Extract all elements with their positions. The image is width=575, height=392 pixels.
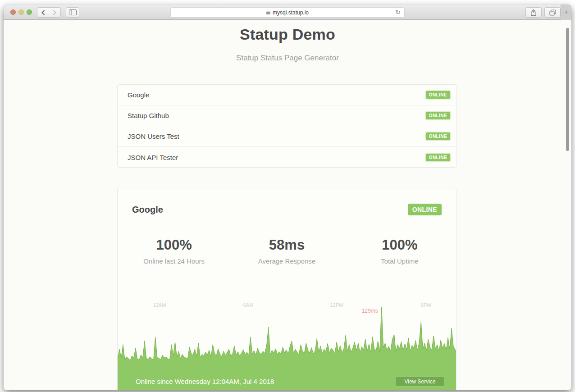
view-service-button[interactable]: View Service	[395, 376, 445, 387]
stat-total-uptime: 100% Total Uptime	[343, 237, 456, 265]
status-badge: ONLINE	[426, 132, 450, 140]
service-row-google[interactable]: Google ONLINE	[118, 85, 456, 105]
chevron-right-icon	[52, 9, 57, 16]
sidebar-icon	[69, 9, 77, 15]
service-row-json-users-test[interactable]: JSON Users Test ONLINE	[118, 126, 456, 147]
tab-overview-button[interactable]	[544, 7, 561, 18]
web-page: Statup Demo Statup Status Page Generator…	[4, 20, 571, 390]
zoom-button[interactable]	[27, 9, 32, 15]
chevron-left-icon	[41, 9, 46, 16]
stats-row: 100% Online last 24 Hours 58ms Average R…	[118, 237, 456, 265]
close-button[interactable]	[10, 9, 16, 15]
detail-status-badge: ONLINE	[408, 204, 442, 215]
reload-icon[interactable]: ↻	[395, 9, 401, 16]
new-tab-button[interactable]: +	[561, 5, 571, 20]
address-bar[interactable]: mysql.statup.io ↻	[170, 7, 405, 18]
service-name: Statup Github	[128, 112, 169, 119]
detail-service-name: Google	[132, 205, 163, 215]
stat-online-24h: 100% Online last 24 Hours	[118, 237, 230, 265]
stat-label: Average Response	[230, 257, 343, 265]
page-subtitle: Statup Status Page Generator	[4, 54, 571, 63]
minimize-button[interactable]	[18, 9, 24, 15]
service-row-statup-github[interactable]: Statup Github ONLINE	[118, 105, 456, 126]
back-button[interactable]	[37, 7, 49, 18]
share-button[interactable]	[525, 7, 542, 18]
area-chart-svg	[118, 292, 456, 373]
scrollbar-thumb[interactable]	[566, 28, 569, 151]
url-text: mysql.statup.io	[273, 9, 309, 16]
forward-button[interactable]	[49, 7, 61, 18]
stat-value: 100%	[343, 237, 456, 253]
response-time-chart: 12AM 6AM 12PM 6PM 129ms	[118, 292, 456, 373]
browser-titlebar: mysql.statup.io ↻ +	[4, 5, 571, 20]
tabs-icon	[549, 9, 556, 16]
services-list: Google ONLINE Statup Github ONLINE JSON …	[117, 84, 456, 168]
status-badge: ONLINE	[426, 112, 450, 119]
service-detail-card: Google ONLINE 100% Online last 24 Hours …	[117, 188, 456, 390]
stat-value: 100%	[118, 237, 230, 253]
stat-label: Online last 24 Hours	[118, 257, 230, 265]
chart-area-fill	[118, 307, 456, 373]
stat-label: Total Uptime	[343, 257, 456, 265]
status-badge: ONLINE	[426, 154, 450, 161]
sidebar-toggle-button[interactable]	[66, 7, 79, 18]
service-name: Google	[128, 91, 149, 99]
online-since-text: Online since Wednesday 12:04AM, Jul 4 20…	[136, 378, 274, 385]
service-name: JSON Users Test	[128, 132, 179, 140]
screenshot-frame: mysql.statup.io ↻ + Statup Demo Stat	[0, 0, 575, 392]
detail-header: Google ONLINE	[118, 188, 456, 229]
browser-window: mysql.statup.io ↻ + Statup Demo Stat	[4, 5, 571, 390]
lock-icon	[266, 11, 270, 14]
share-icon	[530, 9, 537, 16]
stat-average-response: 58ms Average Response	[230, 237, 343, 265]
detail-footer: Online since Wednesday 12:04AM, Jul 4 20…	[118, 373, 456, 390]
status-badge: ONLINE	[426, 91, 450, 99]
service-name: JSON API Tester	[128, 154, 178, 161]
stat-value: 58ms	[230, 237, 343, 253]
page-title: Statup Demo	[4, 26, 571, 43]
service-row-json-api-tester[interactable]: JSON API Tester ONLINE	[118, 147, 456, 168]
